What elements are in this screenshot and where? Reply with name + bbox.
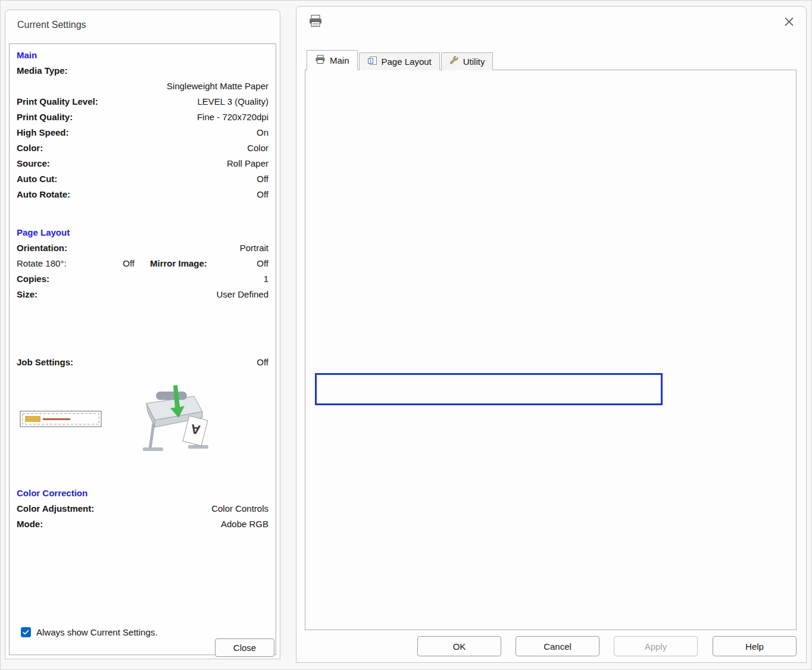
summary-value-media-type: Singleweight Matte Paper: [10, 79, 276, 94]
summary-value: LEVEL 3 (Quality): [198, 94, 269, 109]
summary-label: Print Quality Level:: [17, 94, 98, 109]
checkbox-label: Always show Current Settings.: [36, 627, 157, 637]
summary-row-orientation: Orientation: Portrait: [10, 240, 276, 256]
summary-value: Off: [106, 256, 135, 271]
summary-value: On: [257, 125, 268, 140]
checkbox-checked-icon: [21, 627, 31, 637]
printer-icon: [308, 14, 323, 30]
summary-value: Off: [257, 187, 268, 202]
section-heading-color-correction: Color Correction: [10, 486, 276, 501]
summary-label: Media Type:: [17, 63, 68, 79]
svg-text:1: 1: [369, 58, 372, 64]
summary-row: Auto Cut: Off: [10, 171, 276, 187]
summary-label: Auto Rotate:: [17, 187, 70, 202]
summary-value: User Defined: [216, 287, 268, 302]
tab-bar: Main 1 Page Layout Utility: [307, 50, 494, 70]
summary-row-size: Size: User Defined: [10, 287, 276, 302]
summary-row: Color: Color: [10, 140, 276, 156]
summary-label: Auto Cut:: [17, 171, 57, 187]
summary-row: Print Quality Level: LEVEL 3 (Quality): [10, 94, 276, 109]
summary-row-rotate-mirror: Rotate 180°: Off Mirror Image: Off: [10, 256, 276, 271]
section-heading-main: Main: [10, 48, 276, 63]
summary-row: Source: Roll Paper: [10, 156, 276, 171]
roll-paper-preview-graphic: [19, 407, 102, 433]
window-title: Current Settings: [17, 20, 86, 30]
summary-label: Color:: [17, 140, 43, 156]
summary-row: Color Adjustment: Color Controls: [10, 501, 276, 516]
summary-label: Job Settings:: [17, 355, 73, 370]
summary-label: Color Adjustment:: [17, 501, 94, 516]
summary-value: Portrait: [240, 240, 268, 256]
summary-row: Print Quality: Fine - 720x720dpi: [10, 109, 276, 125]
tab-main[interactable]: Main: [307, 50, 358, 70]
wrench-icon: [449, 56, 459, 67]
summary-row-media-type: Media Type:: [10, 63, 276, 79]
tab-label: Page Layout: [382, 57, 432, 67]
help-button[interactable]: Help: [713, 636, 797, 656]
summary-value: Off: [257, 355, 268, 370]
summary-value: 1: [264, 271, 268, 287]
close-button[interactable]: Close: [215, 638, 274, 657]
apply-button: Apply: [614, 636, 698, 656]
summary-value: Fine - 720x720dpi: [197, 109, 268, 125]
settings-illustrations: A: [10, 388, 276, 459]
tab-label: Utility: [463, 57, 485, 67]
summary-label: Copies:: [17, 271, 49, 287]
cancel-button[interactable]: Cancel: [516, 636, 599, 656]
summary-value: Off: [207, 256, 268, 271]
close-icon[interactable]: [779, 12, 799, 30]
printer-properties-dialog: Main 1 Page Layout Utility Select Settin…: [296, 6, 807, 663]
summary-row: High Speed: On: [10, 125, 276, 140]
summary-row-job-settings: Job Settings: Off: [10, 355, 276, 370]
tab-page-layout[interactable]: 1 Page Layout: [359, 52, 440, 70]
summary-row-copies: Copies: 1: [10, 271, 276, 287]
current-settings-summary: Main Media Type: Singleweight Matte Pape…: [9, 43, 276, 655]
summary-label: Orientation:: [17, 240, 67, 256]
printer-icon: [315, 55, 326, 66]
summary-value: Roll Paper: [227, 156, 268, 171]
summary-row: Auto Rotate: Off: [10, 187, 276, 202]
summary-label: Mirror Image:: [135, 256, 207, 271]
summary-value: Color Controls: [211, 501, 268, 516]
summary-value: Off: [257, 171, 268, 187]
page-icon: 1: [367, 56, 377, 67]
summary-label: Mode:: [17, 516, 43, 532]
tab-utility[interactable]: Utility: [441, 52, 494, 70]
summary-value: Adobe RGB: [221, 516, 268, 532]
tab-label: Main: [330, 55, 349, 65]
summary-label: High Speed:: [17, 125, 69, 140]
summary-label: Size:: [17, 287, 38, 302]
summary-label: Source:: [17, 156, 50, 171]
section-heading-page-layout: Page Layout: [10, 225, 276, 240]
summary-label: Print Quality:: [17, 109, 73, 125]
summary-label: Rotate 180°:: [17, 256, 106, 271]
printer-graphic: A: [136, 383, 216, 458]
current-settings-window: Current Settings Main Media Type: Single…: [5, 10, 280, 659]
summary-row: Mode: Adobe RGB: [10, 516, 276, 532]
ok-button[interactable]: OK: [417, 636, 501, 656]
summary-value: Color: [247, 140, 268, 156]
tab-content-panel: [305, 70, 797, 630]
always-show-current-settings-checkbox[interactable]: Always show Current Settings.: [21, 627, 157, 637]
